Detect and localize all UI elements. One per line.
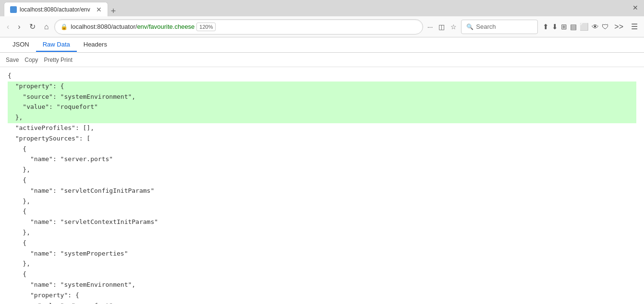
json-line: "propertySources": [ — [8, 134, 636, 144]
json-line: "value": "roquefort", — [8, 301, 636, 304]
json-line: "name": "servletConfigInitParams" — [8, 186, 636, 197]
menu-button[interactable]: ☰ — [629, 21, 640, 33]
active-tab[interactable]: localhost:8080/actuator/env ✕ — [4, 2, 108, 16]
json-line: { — [8, 175, 636, 186]
json-line: { — [8, 71, 636, 82]
overflow-button[interactable]: >> — [612, 21, 626, 33]
pocket-icon[interactable]: ◫ — [437, 22, 446, 32]
upload-icon[interactable]: ⬆ — [543, 23, 549, 31]
json-line: { — [8, 207, 636, 217]
copy-button[interactable]: Copy — [24, 57, 38, 63]
json-line: }, — [8, 165, 636, 175]
action-toolbar: Save Copy Pretty Print — [0, 53, 644, 67]
lock-icon: 🔒 — [61, 23, 68, 30]
json-line: }, — [8, 113, 636, 123]
url-base: localhost:8080/actuator/ — [71, 23, 137, 30]
json-line: "value": "roquefort" — [8, 102, 636, 113]
pretty-print-button[interactable]: Pretty Print — [44, 57, 72, 63]
tab-close-button[interactable]: ✕ — [96, 6, 102, 13]
url-highlight: env/favourite.cheese — [137, 23, 194, 30]
search-bar[interactable]: 🔍 Search — [461, 20, 538, 34]
json-line: "name": "servletContextInitParams" — [8, 217, 636, 228]
reload-button[interactable]: ↻ — [26, 20, 38, 33]
library-icon[interactable]: ⊞ — [561, 23, 567, 31]
tab-headers[interactable]: Headers — [77, 38, 114, 52]
json-line: "source": "systemEnvironment", — [8, 92, 636, 103]
browser-frame: localhost:8080/actuator/env ✕ + ✕ ‹ › ↻ … — [0, 0, 644, 304]
json-line: "name": "server.ports" — [8, 154, 636, 165]
new-tab-button[interactable]: + — [108, 6, 119, 16]
tab-json[interactable]: JSON — [6, 38, 36, 52]
back-button[interactable]: ‹ — [4, 21, 12, 33]
zoom-badge: 120% — [196, 23, 216, 31]
json-line: "activeProfiles": [], — [8, 123, 636, 134]
json-content: { "property": { "source": "systemEnviron… — [0, 67, 644, 304]
more-options-button[interactable]: ··· — [426, 22, 435, 32]
nav-bar: ‹ › ↻ ⌂ 🔒 localhost:8080/actuator/env/fa… — [0, 16, 644, 37]
bookmark-icon[interactable]: ☆ — [449, 22, 458, 32]
reader-view-icon[interactable]: ▤ — [570, 23, 577, 31]
json-line: "property": { — [8, 291, 636, 301]
content-tabs: JSON Raw Data Headers — [0, 37, 644, 53]
json-line: { — [8, 144, 636, 155]
json-line: }, — [8, 197, 636, 207]
json-line: "property": { — [8, 82, 636, 92]
container-icon[interactable]: ⬜ — [580, 23, 589, 31]
forward-button[interactable]: › — [15, 21, 23, 33]
json-line: "name": "systemEnvironment", — [8, 280, 636, 291]
tab-title: localhost:8080/actuator/env — [20, 6, 90, 13]
json-line: { — [8, 238, 636, 249]
toolbar-icons: ⬆ ⬇ ⊞ ▤ ⬜ 👁 🛡 >> ☰ — [543, 21, 640, 33]
search-icon: 🔍 — [466, 23, 474, 30]
tab-bar: localhost:8080/actuator/env ✕ + ✕ — [0, 0, 644, 16]
tab-favicon — [10, 6, 17, 13]
json-line: }, — [8, 228, 636, 238]
home-button[interactable]: ⌂ — [41, 21, 52, 33]
download-icon[interactable]: ⬇ — [552, 23, 558, 31]
json-line: "name": "systemProperties" — [8, 249, 636, 259]
url-bar[interactable]: 🔒 localhost:8080/actuator/env/favourite.… — [54, 19, 423, 35]
save-button[interactable]: Save — [6, 57, 19, 63]
json-line: }, — [8, 259, 636, 269]
tracking-icon[interactable]: 👁 — [592, 23, 599, 31]
search-placeholder: Search — [476, 23, 496, 30]
tab-raw-data[interactable]: Raw Data — [36, 38, 77, 52]
window-close-button[interactable]: ✕ — [632, 4, 638, 12]
json-line: { — [8, 269, 636, 280]
extension-icon[interactable]: 🛡 — [602, 23, 609, 31]
